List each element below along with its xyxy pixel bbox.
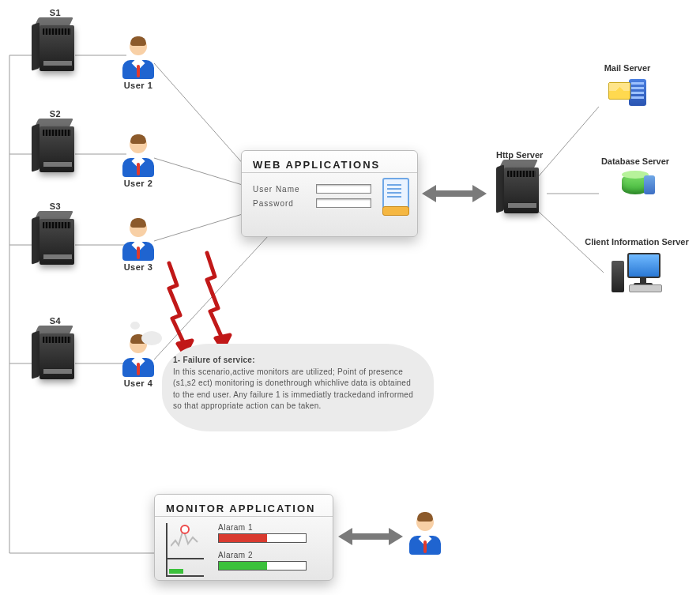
server-icon (32, 326, 79, 381)
callout-heading: 1- Failure of service: (173, 356, 255, 364)
diagram-canvas: { "servers": { "s1": "S1", "s2": "S2", "… (0, 0, 700, 595)
username-label: User Name (253, 185, 310, 194)
http-server-label: Http Server (496, 150, 559, 160)
alarm-2-label: Alaram 2 (218, 551, 307, 559)
line-chart-icon (166, 523, 204, 559)
server-s3-label: S3 (32, 201, 79, 211)
server-s1-label: S1 (32, 8, 79, 17)
svg-marker-1 (422, 185, 436, 202)
user-icon (122, 38, 154, 79)
web-applications-panel: WEB APPLICATIONS User Name Password (241, 150, 418, 237)
user-icon (409, 514, 441, 555)
monitor-application-panel: MONITOR APPLICATION Alaram 1 Alaram 2 (154, 494, 333, 581)
password-label: Password (253, 199, 310, 208)
user-1-label: User 1 (122, 81, 154, 90)
database-server-label: Database Server (580, 156, 691, 166)
web-applications-title: WEB APPLICATIONS (242, 151, 417, 173)
user-icon (122, 136, 154, 177)
bar-chart-icon (166, 559, 204, 577)
monitor-application-title: MONITOR APPLICATION (155, 495, 333, 517)
user-2-label: User 2 (122, 179, 154, 188)
password-input[interactable] (316, 198, 371, 208)
server-icon (32, 211, 79, 266)
bidirectional-arrow-icon (338, 526, 403, 547)
server-s4-label: S4 (32, 316, 79, 326)
server-icon (496, 160, 544, 215)
svg-marker-5 (389, 528, 403, 545)
user-icon (122, 220, 154, 261)
workstation-icon (612, 253, 662, 292)
client-info-server-label: Client Information Server (581, 237, 692, 248)
mail-server-icon (608, 77, 646, 109)
svg-rect-3 (349, 533, 392, 540)
bidirectional-arrow-icon (422, 183, 487, 204)
database-icon (619, 171, 652, 198)
callout-body: In this scenario,active monitors are uti… (173, 367, 413, 411)
server-icon (32, 119, 79, 174)
failure-callout: 1- Failure of service: In this scenario,… (130, 328, 434, 431)
svg-marker-2 (472, 185, 487, 202)
server-icon (32, 17, 79, 73)
alarm-2-bar (218, 561, 307, 571)
server-s2-label: S2 (32, 109, 79, 119)
alarm-1-label: Alaram 1 (218, 523, 307, 532)
svg-rect-0 (433, 190, 476, 197)
alarm-1-bar (218, 533, 307, 543)
svg-marker-4 (338, 528, 352, 545)
document-icon (381, 178, 409, 213)
mail-server-label: Mail Server (580, 63, 675, 73)
username-input[interactable] (316, 184, 371, 194)
user-3-label: User 3 (122, 262, 154, 272)
